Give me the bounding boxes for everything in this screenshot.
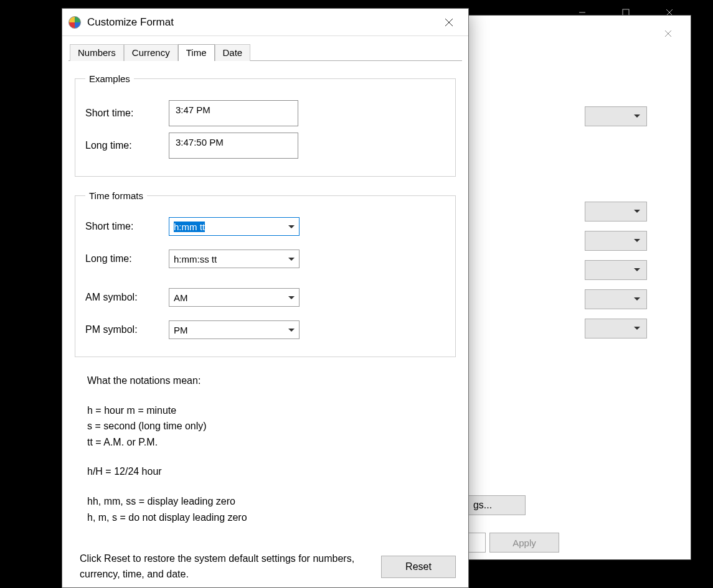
- parent-combo-5[interactable]: [585, 289, 647, 309]
- notes-line-5: hh, mm, ss = display leading zero: [87, 493, 456, 510]
- short-time-format-value: h:mm tt: [174, 222, 205, 232]
- parent-combo-1[interactable]: [585, 106, 647, 126]
- time-formats-legend: Time formats: [85, 190, 147, 201]
- tab-time[interactable]: Time: [178, 44, 215, 61]
- am-symbol-value: AM: [174, 292, 188, 303]
- tab-date[interactable]: Date: [215, 44, 251, 61]
- short-time-example-value: 3:47 PM: [169, 100, 298, 126]
- long-time-format-label: Long time:: [85, 253, 169, 264]
- chevron-down-icon: [634, 327, 640, 330]
- parent-combo-4[interactable]: [585, 260, 647, 280]
- tab-currency[interactable]: Currency: [124, 44, 178, 61]
- pm-symbol-combo[interactable]: PM: [169, 320, 300, 339]
- dialog-tabs: Numbers Currency Time Date: [62, 36, 468, 60]
- long-time-example-value: 3:47:50 PM: [169, 133, 298, 159]
- region-globe-icon: [68, 16, 81, 29]
- notes-line-4: h/H = 12/24 hour: [87, 464, 456, 480]
- notation-notes: What the notations mean: h = hour m = mi…: [87, 373, 456, 525]
- short-time-format-combo[interactable]: h:mm tt: [169, 217, 300, 236]
- am-symbol-label: AM symbol:: [85, 292, 169, 303]
- examples-legend: Examples: [85, 73, 134, 84]
- tab-numbers[interactable]: Numbers: [70, 44, 124, 61]
- chevron-down-icon: [284, 218, 299, 235]
- customize-format-dialog: Customize Format Numbers Currency Time D…: [62, 8, 469, 588]
- short-time-example-text: 3:47 PM: [176, 105, 210, 115]
- notes-line-3: tt = A.M. or P.M.: [87, 434, 456, 450]
- parent-combo-6[interactable]: [585, 319, 647, 338]
- parent-combo-2[interactable]: [585, 202, 647, 222]
- dialog-close-button[interactable]: [436, 12, 462, 32]
- chevron-down-icon: [634, 297, 640, 301]
- chevron-down-icon: [284, 321, 299, 338]
- dialog-title: Customize Format: [87, 16, 436, 29]
- long-time-format-value: h:mm:ss tt: [174, 254, 217, 264]
- reset-description: Click Reset to restore the system defaul…: [75, 551, 381, 582]
- notes-title: What the notations mean:: [87, 373, 456, 389]
- am-symbol-combo[interactable]: AM: [169, 288, 300, 307]
- notes-line-1: h = hour m = minute: [87, 403, 456, 419]
- pm-symbol-value: PM: [174, 325, 188, 335]
- parent-combo-3[interactable]: [585, 231, 647, 251]
- time-formats-group: Time formats Short time: h:mm tt Long ti…: [75, 190, 456, 357]
- pm-symbol-label: PM symbol:: [85, 324, 169, 335]
- chevron-down-icon: [284, 289, 299, 306]
- parent-apply-label: Apply: [512, 538, 536, 548]
- short-time-example-label: Short time:: [85, 108, 169, 119]
- parent-apply-button[interactable]: Apply: [489, 533, 559, 553]
- reset-button[interactable]: Reset: [381, 556, 456, 578]
- reset-button-label: Reset: [405, 561, 432, 572]
- chevron-down-icon: [634, 268, 640, 272]
- additional-settings-label: gs...: [473, 500, 492, 511]
- chevron-down-icon: [634, 210, 640, 213]
- reset-row: Click Reset to restore the system defaul…: [75, 551, 456, 582]
- notes-line-6: h, m, s = do not display leading zero: [87, 510, 456, 526]
- chevron-down-icon: [634, 114, 640, 118]
- long-time-format-combo[interactable]: h:mm:ss tt: [169, 250, 300, 268]
- long-time-example-label: Long time:: [85, 140, 169, 151]
- chevron-down-icon: [634, 239, 640, 243]
- short-time-format-label: Short time:: [85, 221, 169, 232]
- notes-line-2: s = second (long time only): [87, 418, 456, 434]
- time-tab-content: Examples Short time: 3:47 PM Long time: …: [62, 61, 468, 588]
- dialog-titlebar[interactable]: Customize Format: [62, 9, 468, 36]
- examples-group: Examples Short time: 3:47 PM Long time: …: [75, 73, 456, 177]
- parent-inner-close-button[interactable]: [654, 24, 682, 43]
- chevron-down-icon: [284, 250, 299, 268]
- long-time-example-text: 3:47:50 PM: [176, 137, 224, 147]
